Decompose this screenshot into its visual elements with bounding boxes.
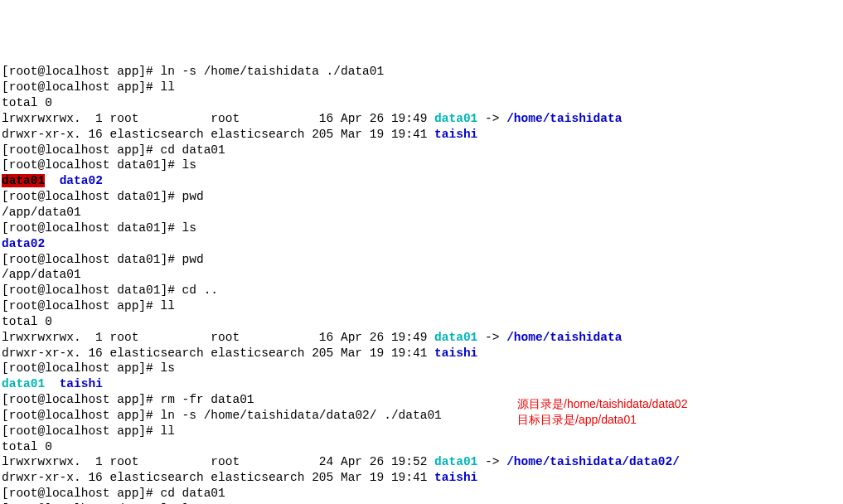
terminal-line: [root@localhost app]# rm -fr data01	[2, 392, 841, 408]
terminal-line: /app/data01	[2, 267, 841, 283]
terminal-line: data01 taishi	[2, 376, 841, 392]
terminal-line: data01 data02	[2, 173, 841, 189]
annotation-source-dir: 源目录是/home/taishidata/data02	[517, 396, 687, 411]
annotation-target-dir: 目标目录是/app/data01	[517, 412, 637, 427]
terminal-line: total 0	[2, 314, 841, 330]
terminal-line: [root@localhost data01]# ls	[2, 158, 841, 173]
terminal-line: [root@localhost data01]# cd ..	[2, 283, 841, 298]
terminal-line: lrwxrwxrwx. 1 root root 16 Apr 26 19:49 …	[2, 330, 841, 346]
terminal-line: [root@localhost app]# ll	[2, 424, 841, 439]
terminal-line: lrwxrwxrwx. 1 root root 16 Apr 26 19:49 …	[2, 111, 841, 127]
terminal-line: total 0	[2, 95, 841, 111]
terminal-line: [root@localhost app]# cd data01	[2, 143, 841, 158]
terminal-line: [root@localhost app]# ln -s /home/taishi…	[2, 408, 841, 424]
terminal-line: [root@localhost app]# ll	[2, 298, 841, 314]
terminal-line: [root@localhost app]# ls	[2, 361, 841, 376]
terminal-line: data02	[2, 236, 841, 252]
terminal-line: [root@localhost app]# ln -s /home/taishi…	[2, 64, 841, 80]
terminal-line: [root@localhost data01]# pwd	[2, 189, 841, 205]
terminal-line: /app/data01	[2, 205, 841, 220]
terminal-line: total 0	[2, 439, 841, 455]
terminal-line: [root@localhost app]# ll	[2, 80, 841, 95]
terminal-line: drwxr-xr-x. 16 elasticsearch elasticsear…	[2, 470, 841, 486]
terminal-line: drwxr-xr-x. 16 elasticsearch elasticsear…	[2, 346, 841, 361]
terminal-line: lrwxrwxrwx. 1 root root 24 Apr 26 19:52 …	[2, 454, 841, 470]
terminal-line: [root@localhost app]# cd data01	[2, 486, 841, 502]
terminal-output: [root@localhost app]# ln -s /home/taishi…	[2, 64, 841, 504]
terminal-line: drwxr-xr-x. 16 elasticsearch elasticsear…	[2, 127, 841, 143]
terminal-line: [root@localhost data01]# ls	[2, 220, 841, 236]
terminal-line: [root@localhost data01]# pwd	[2, 252, 841, 268]
